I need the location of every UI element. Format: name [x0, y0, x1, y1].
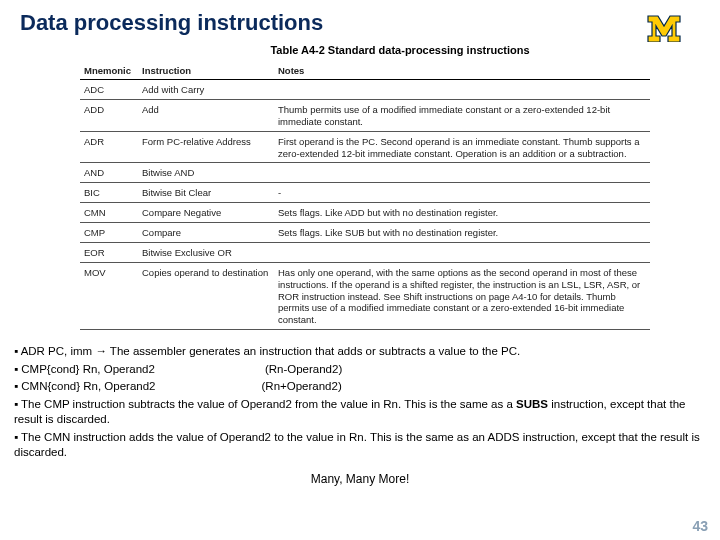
umich-logo-icon	[646, 12, 694, 46]
cell-mn: AND	[80, 163, 138, 183]
th-mnemonic: Mnemonic	[80, 60, 138, 80]
bullet-cmp: ▪ CMP{cond} Rn, Operand2(Rn-Operand2)	[14, 362, 706, 378]
bullet-adr: ▪ ADR PC, imm → The assembler generates …	[14, 344, 706, 360]
table-row: CMNCompare NegativeSets flags. Like ADD …	[80, 203, 650, 223]
table-row: BICBitwise Bit Clear-	[80, 183, 650, 203]
cell-ins: Copies operand to destination	[138, 262, 274, 329]
instruction-table: Mnemonic Instruction Notes ADCAdd with C…	[0, 60, 720, 330]
table-row: ADDAddThumb permits use of a modified im…	[80, 99, 650, 131]
table-caption: Table A4-2 Standard data-processing inst…	[80, 44, 720, 56]
cell-ins: Bitwise Exclusive OR	[138, 242, 274, 262]
cell-notes: Sets flags. Like ADD but with no destina…	[274, 203, 650, 223]
many-more: Many, Many More!	[14, 471, 706, 487]
cell-ins: Compare Negative	[138, 203, 274, 223]
cell-notes: Has only one operand, with the same opti…	[274, 262, 650, 329]
cell-mn: CMN	[80, 203, 138, 223]
cell-notes	[274, 163, 650, 183]
cell-ins: Add	[138, 99, 274, 131]
th-instruction: Instruction	[138, 60, 274, 80]
cell-mn: BIC	[80, 183, 138, 203]
cell-mn: CMP	[80, 223, 138, 243]
cell-notes	[274, 80, 650, 100]
bullet-cmp-desc: ▪ The CMP instruction subtracts the valu…	[14, 397, 706, 428]
table-row: EORBitwise Exclusive OR	[80, 242, 650, 262]
cell-notes	[274, 242, 650, 262]
bullet-cmn: ▪ CMN{cond} Rn, Operand2(Rn+Operand2)	[14, 379, 706, 395]
table-row: ADRForm PC-relative AddressFirst operand…	[80, 131, 650, 163]
cell-notes: -	[274, 183, 650, 203]
cell-mn: ADR	[80, 131, 138, 163]
cell-ins: Bitwise Bit Clear	[138, 183, 274, 203]
cell-mn: MOV	[80, 262, 138, 329]
cell-mn: EOR	[80, 242, 138, 262]
cell-ins: Form PC-relative Address	[138, 131, 274, 163]
cell-notes: Sets flags. Like SUB but with no destina…	[274, 223, 650, 243]
cell-notes: Thumb permits use of a modified immediat…	[274, 99, 650, 131]
cell-mn: ADD	[80, 99, 138, 131]
cell-mn: ADC	[80, 80, 138, 100]
table-row: CMPCompareSets flags. Like SUB but with …	[80, 223, 650, 243]
bullet-cmn-desc: ▪ The CMN instruction adds the value of …	[14, 430, 706, 461]
cell-ins: Add with Carry	[138, 80, 274, 100]
table-row: ADCAdd with Carry	[80, 80, 650, 100]
cell-notes: First operand is the PC. Second operand …	[274, 131, 650, 163]
table-row: MOVCopies operand to destinationHas only…	[80, 262, 650, 329]
th-notes: Notes	[274, 60, 650, 80]
bullet-notes: ▪ ADR PC, imm → The assembler generates …	[0, 330, 720, 487]
table-row: ANDBitwise AND	[80, 163, 650, 183]
page-number: 43	[692, 518, 708, 534]
page-title: Data processing instructions	[20, 10, 323, 36]
cell-ins: Compare	[138, 223, 274, 243]
cell-ins: Bitwise AND	[138, 163, 274, 183]
